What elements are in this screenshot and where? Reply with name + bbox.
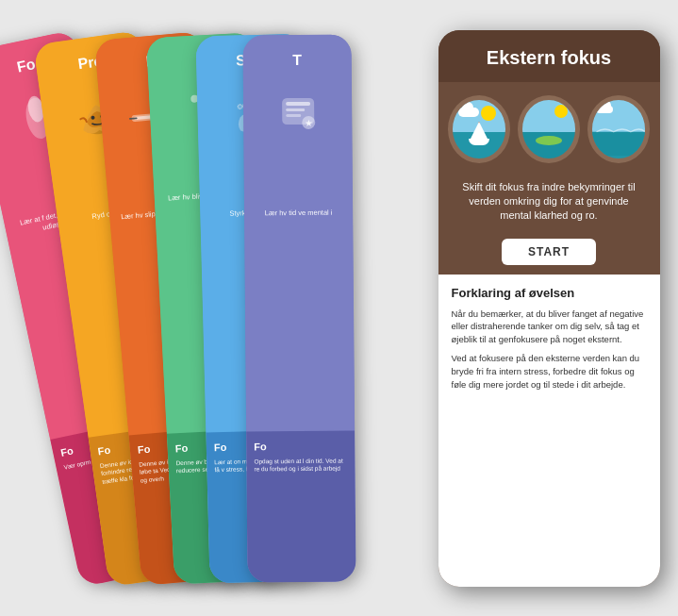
svg-text:⚙: ⚙	[236, 102, 242, 110]
card-6-footer-title: Fo	[254, 440, 347, 452]
sun-2-icon	[554, 105, 568, 118]
hull-icon	[469, 139, 489, 145]
svg-rect-25	[592, 131, 645, 155]
explanation-para1: Når du bemærker, at du bliver fanget af …	[452, 308, 647, 346]
svg-text:★: ★	[304, 117, 312, 127]
card-1-title: Fo	[15, 55, 37, 75]
portholes-container	[438, 82, 660, 173]
porthole-3-scene	[592, 100, 645, 158]
sun-icon	[481, 106, 496, 121]
main-card-subtitle: Skift dit fokus fra indre bekymringer ti…	[454, 180, 645, 224]
card-6-desc: Lær hv tid ve mental i	[262, 208, 334, 217]
porthole-3	[587, 95, 650, 163]
card-stack: Fo Lær at f det, co mønstre, udløsere el…	[19, 21, 660, 596]
card-6-title: T	[292, 51, 302, 68]
card-6[interactable]: T ★ Lær hv tid ve mental i Fo Opdag st u…	[242, 34, 356, 582]
explanation-title: Forklaring af øvelsen	[452, 286, 647, 300]
porthole-1	[448, 95, 510, 163]
main-card-title: Ekstern fokus	[454, 47, 645, 69]
main-card-subtitle-container: Skift dit fokus fra indre bekymringer ti…	[438, 173, 660, 233]
start-button[interactable]: START	[502, 239, 596, 265]
sail-icon	[471, 122, 488, 139]
card-6-icon: ★	[269, 85, 326, 142]
explanation-para2: Ved at fokusere på den eksterne verden k…	[452, 352, 647, 391]
start-button-container: START	[438, 233, 660, 275]
main-card: Ekstern fokus	[438, 30, 660, 587]
island-icon	[536, 136, 562, 145]
explanation-container: Forklaring af øvelsen Når du bemærker, a…	[438, 275, 660, 587]
main-card-header: Ekstern fokus	[438, 30, 660, 82]
porthole-2	[518, 95, 580, 163]
cloud-icon	[458, 108, 479, 117]
card-6-footer-text: Opdag st uden at l din tid. Ved at re du…	[254, 457, 347, 474]
